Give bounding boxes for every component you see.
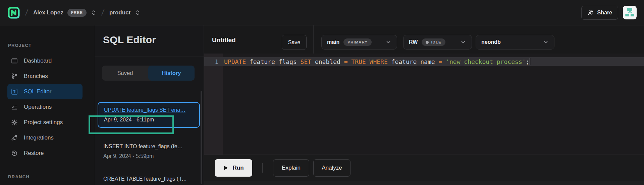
neon-logo-icon[interactable] [7,6,20,19]
chevron-down-icon [460,39,466,45]
sidebar-item-integrations[interactable]: Integrations [7,130,83,146]
branches-icon [11,73,18,80]
code-token [442,58,446,65]
history-date: Apr 9, 2024 - 5:59pm [103,153,194,160]
status-dot-icon [426,41,429,44]
history-query: UPDATE feature_flags SET ena… [104,107,194,113]
code-token: feature_flags [246,58,301,65]
save-button[interactable]: Save [282,35,307,50]
org-selector-chevron-icon[interactable] [91,9,96,16]
divider [95,57,204,57]
settings-gear-icon [11,119,18,126]
idle-status-badge: IDLE [422,38,445,46]
sidebar-item-restore[interactable]: Restore [7,146,83,161]
sidebar-item-label: Branches [24,73,48,80]
compute-select[interactable]: RW IDLE [403,35,472,50]
breadcrumb-org[interactable]: Alex Lopez [33,9,63,16]
sidebar-item-branches[interactable]: Branches [7,69,83,84]
database-name: neondb [481,39,501,45]
code-token: SET [301,58,312,65]
sidebar-item-project-settings[interactable]: Project settings [7,115,83,130]
history-item[interactable]: CREATE TABLE feature_flags ( f… Apr 9, 2… [98,172,200,185]
sidebar-item-label: Restore [24,150,44,157]
tab-saved[interactable]: Saved [102,66,148,81]
sidebar: PROJECT Dashboard Branches SQL Editor [0,25,94,185]
editor-header: Untitled Save main PRIMARY RW IDLE neond… [204,25,644,54]
results-panel-edge [204,181,644,185]
branch-name: main [327,39,339,45]
sql-editor-panel: SQL Editor Saved History UPDATE feature_… [95,25,204,185]
code-token: UPDATE [224,58,246,65]
operations-icon [11,103,18,111]
history-query: CREATE TABLE feature_flags ( f… [103,176,194,182]
saved-history-tabs: Saved History [102,66,195,81]
play-icon [223,165,228,171]
sidebar-item-label: Dashboard [24,58,52,64]
editor-action-bar: Run Explain Analyze [204,155,644,181]
code-token: TRUE [351,58,366,65]
sidebar-item-sql-editor[interactable]: SQL Editor [7,84,83,99]
query-title[interactable]: Untitled [212,36,236,44]
breadcrumb-divider: / [25,8,29,17]
divider [313,25,314,54]
database-select[interactable]: neondb [476,35,554,50]
top-bar: / Alex Lopez FREE / product Share [0,0,644,25]
divider [95,89,204,89]
text-cursor [530,58,530,65]
code-line: UPDATE feature_flags SET enabled = TRUE … [224,58,530,65]
code-editor[interactable]: 1 UPDATE feature_flags SET enabled = TRU… [204,54,644,155]
sidebar-section-branch: BRANCH [8,174,94,179]
primary-badge: PRIMARY [343,38,372,46]
branch-select[interactable]: main PRIMARY [321,35,397,50]
code-token: 'new_checkout_process' [446,58,526,65]
history-item[interactable]: UPDATE feature_flags SET ena… Apr 9, 202… [98,102,200,128]
panel-title: SQL Editor [95,25,204,45]
sidebar-item-dashboard[interactable]: Dashboard [7,53,83,69]
status-text: IDLE [431,40,441,44]
code-token [366,58,370,65]
divider [262,163,263,173]
breadcrumb-divider: / [101,8,105,17]
project-selector-chevron-icon[interactable] [135,9,140,16]
restore-clock-icon [11,150,18,157]
sidebar-item-label: Project settings [24,119,63,126]
integrations-icon [11,134,18,142]
history-date: Apr 9, 2024 - 6:11pm [104,116,194,123]
tab-history[interactable]: History [148,66,195,81]
code-token: = [344,58,348,65]
chevron-down-icon [543,39,549,45]
explain-button[interactable]: Explain [273,159,309,177]
run-button-label: Run [232,165,244,171]
history-scrollbar[interactable] [201,91,202,184]
user-avatar[interactable] [623,6,637,19]
breadcrumb-project[interactable]: product [109,9,130,16]
sql-editor-icon [11,88,18,95]
code-token [348,58,352,65]
users-icon [587,9,594,16]
sidebar-item-label: Integrations [24,134,54,141]
history-item[interactable]: INSERT INTO feature_flags (fe… Apr 9, 20… [98,139,200,164]
share-button-label: Share [597,10,612,16]
sidebar-item-operations[interactable]: Operations [7,99,83,115]
dashboard-icon [11,57,18,65]
sidebar-item-label: Operations [24,104,52,110]
code-token: enabled [311,58,344,65]
history-query: INSERT INTO feature_flags (fe… [103,143,194,150]
code-token: WHERE [370,58,388,65]
chevron-down-icon [385,39,391,45]
sidebar-section-project: PROJECT [8,43,94,48]
analyze-button[interactable]: Analyze [313,159,351,177]
line-number: 1 [204,58,218,65]
line-number-gutter [204,54,223,155]
share-button[interactable]: Share [581,6,618,20]
plan-badge: FREE [67,9,87,17]
code-token: feature_name [388,58,439,65]
code-token: = [438,58,442,65]
run-button[interactable]: Run [215,159,252,177]
compute-name: RW [409,39,418,45]
query-editor: Untitled Save main PRIMARY RW IDLE neond… [204,25,644,185]
code-token: ; [526,58,530,65]
sidebar-item-label: SQL Editor [24,88,52,95]
